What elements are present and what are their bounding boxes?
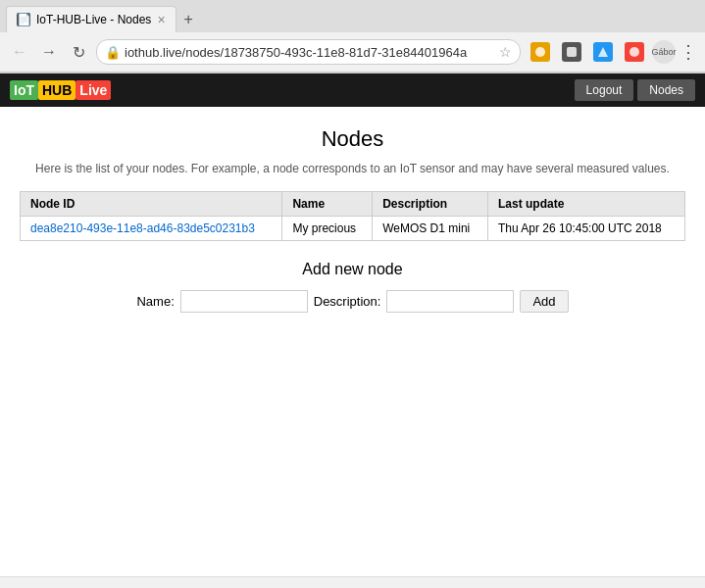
name-label: Name: <box>136 294 174 309</box>
col-last-update: Last update <box>488 192 685 217</box>
back-button[interactable]: ← <box>8 40 31 64</box>
app-logo: IoT HUB Live <box>10 80 111 100</box>
browser-chrome: 📄 IoT-HUB-Live - Nodes × + ← → ↻ 🔒 iothu… <box>0 0 705 74</box>
table-row: dea8e210-493e-11e8-ad46-83de5c0231b3My p… <box>21 217 685 241</box>
address-bar[interactable]: 🔒 iothub.live/nodes/18738750-493c-11e8-8… <box>96 39 521 65</box>
browser-actions: Gábor ⋮ <box>527 38 697 66</box>
forward-button[interactable]: → <box>37 40 61 64</box>
description-input[interactable] <box>386 290 514 313</box>
active-tab[interactable]: 📄 IoT-HUB-Live - Nodes × <box>6 6 176 32</box>
svg-point-2 <box>629 47 639 57</box>
add-node-title: Add new node <box>20 261 685 278</box>
node-id-link[interactable]: dea8e210-493e-11e8-ad46-83de5c0231b3 <box>30 221 255 235</box>
user-profile-button[interactable]: Gábor <box>652 40 676 64</box>
secure-icon: 🔒 <box>105 45 121 60</box>
table-header-row: Node ID Name Description Last update <box>21 192 685 217</box>
svg-rect-1 <box>567 47 577 57</box>
node-last-update: Thu Apr 26 10:45:00 UTC 2018 <box>488 217 685 241</box>
tab-title: IoT-HUB-Live - Nodes <box>36 13 151 26</box>
svg-point-0 <box>535 47 545 57</box>
name-input[interactable] <box>180 290 308 313</box>
col-description: Description <box>373 192 488 217</box>
browser-menu-button[interactable]: ⋮ <box>680 41 697 63</box>
new-tab-button[interactable]: + <box>176 7 201 32</box>
logo-live: Live <box>76 80 111 100</box>
ext-icon-4 <box>625 42 644 62</box>
col-name: Name <box>282 192 373 217</box>
add-node-form: Name: Description: Add <box>20 290 685 313</box>
page-description: Here is the list of your nodes. For exam… <box>20 162 685 175</box>
tab-favicon: 📄 <box>17 13 30 26</box>
node-name: My precious <box>282 217 373 241</box>
add-node-section: Add new node Name: Description: Add <box>20 261 685 313</box>
ext-icon-3 <box>593 42 613 62</box>
tab-close-button[interactable]: × <box>157 12 165 27</box>
nodes-button[interactable]: Nodes <box>637 79 695 101</box>
ext-icon-2 <box>562 42 581 62</box>
bookmark-icon[interactable]: ☆ <box>499 44 512 60</box>
user-label: Gábor <box>652 47 677 57</box>
col-node-id: Node ID <box>21 192 282 217</box>
table-header: Node ID Name Description Last update <box>21 192 685 217</box>
scroll-bar[interactable] <box>0 576 705 588</box>
reload-button[interactable]: ↻ <box>67 40 90 64</box>
add-node-button[interactable]: Add <box>520 290 568 313</box>
node-description: WeMOS D1 mini <box>373 217 488 241</box>
table-body: dea8e210-493e-11e8-ad46-83de5c0231b3My p… <box>21 217 685 241</box>
main-content: Nodes Here is the list of your nodes. Fo… <box>0 107 705 332</box>
ext-button-1[interactable] <box>527 38 554 66</box>
ext-icon-1 <box>530 42 550 62</box>
logo-iot: IoT <box>10 80 38 100</box>
nodes-table: Node ID Name Description Last update dea… <box>20 191 685 241</box>
ext-button-4[interactable] <box>621 38 648 66</box>
app-header: IoT HUB Live Logout Nodes <box>0 74 705 107</box>
logout-button[interactable]: Logout <box>575 79 634 101</box>
address-text: iothub.live/nodes/18738750-493c-11e8-81d… <box>125 45 495 60</box>
tab-bar: 📄 IoT-HUB-Live - Nodes × + <box>0 0 705 32</box>
description-label: Description: <box>314 294 381 309</box>
ext-button-2[interactable] <box>558 38 585 66</box>
ext-button-3[interactable] <box>589 38 617 66</box>
logo-hub: HUB <box>38 80 76 100</box>
page-title: Nodes <box>20 126 685 152</box>
navigation-bar: ← → ↻ 🔒 iothub.live/nodes/18738750-493c-… <box>0 32 705 73</box>
